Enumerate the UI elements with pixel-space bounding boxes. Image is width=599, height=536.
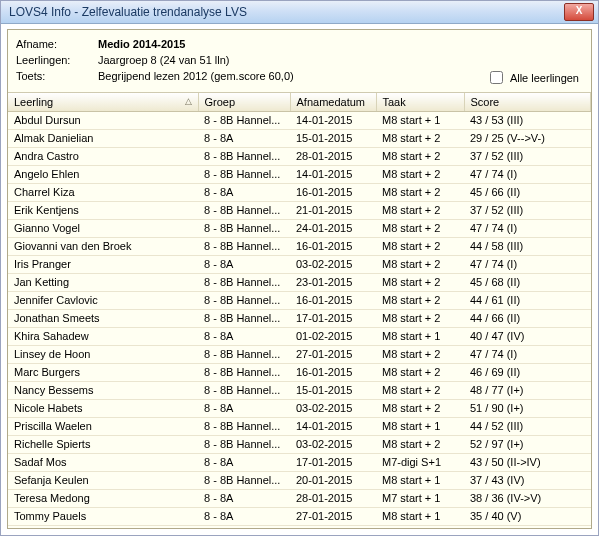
table-row[interactable]: Charrel Kiza8 - 8A16-01-2015M8 start + 2… (8, 184, 591, 202)
table-row[interactable]: Giovanni van den Broek8 - 8B Hannel...16… (8, 238, 591, 256)
table-row[interactable]: Angelo Ehlen8 - 8B Hannel...14-01-2015M8… (8, 166, 591, 184)
table-row[interactable]: Zakia Mourid8 - 8A28-01-2015M8 start + 1… (8, 526, 591, 529)
cell-score: 45 / 68 (II) (464, 274, 591, 292)
cell-taak: M8 start + 2 (376, 148, 464, 166)
close-button[interactable]: X (564, 3, 594, 21)
table-row[interactable]: Linsey de Hoon8 - 8B Hannel...27-01-2015… (8, 346, 591, 364)
table-row[interactable]: Erik Kentjens8 - 8B Hannel...21-01-2015M… (8, 202, 591, 220)
cell-taak: M8 start + 2 (376, 436, 464, 454)
cell-score: 47 / 74 (I) (464, 346, 591, 364)
cell-score: 44 / 58 (III) (464, 238, 591, 256)
cell-afnamedatum: 28-01-2015 (290, 526, 376, 529)
cell-groep: 8 - 8B Hannel... (198, 310, 290, 328)
cell-score: 44 / 52 (III) (464, 418, 591, 436)
table-row[interactable]: Jennifer Cavlovic8 - 8B Hannel...16-01-2… (8, 292, 591, 310)
table-row[interactable]: Nicole Habets8 - 8A03-02-2015M8 start + … (8, 400, 591, 418)
cell-afnamedatum: 03-02-2015 (290, 400, 376, 418)
cell-groep: 8 - 8A (198, 490, 290, 508)
cell-taak: M8 start + 2 (376, 166, 464, 184)
cell-leerling: Nancy Bessems (8, 382, 198, 400)
cell-leerling: Nicole Habets (8, 400, 198, 418)
table-row[interactable]: Richelle Spierts8 - 8B Hannel...03-02-20… (8, 436, 591, 454)
leerlingen-label: Leerlingen: (16, 52, 98, 68)
cell-groep: 8 - 8A (198, 328, 290, 346)
cell-score: 44 / 61 (II) (464, 292, 591, 310)
cell-groep: 8 - 8A (198, 256, 290, 274)
cell-afnamedatum: 16-01-2015 (290, 184, 376, 202)
cell-groep: 8 - 8B Hannel... (198, 364, 290, 382)
cell-score: 45 / 66 (II) (464, 184, 591, 202)
table-row[interactable]: Abdul Dursun8 - 8B Hannel...14-01-2015M8… (8, 112, 591, 130)
cell-leerling: Linsey de Hoon (8, 346, 198, 364)
cell-groep: 8 - 8A (198, 454, 290, 472)
table-wrap: Leerling △ Groep Afnamedatum Taak Score … (8, 92, 591, 528)
table-row[interactable]: Almak Danielian8 - 8A15-01-2015M8 start … (8, 130, 591, 148)
cell-score: 52 / 97 (I+) (464, 436, 591, 454)
cell-groep: 8 - 8B Hannel... (198, 202, 290, 220)
cell-taak: M8 start + 2 (376, 130, 464, 148)
table-row[interactable]: Tommy Pauels8 - 8A27-01-2015M8 start + 1… (8, 508, 591, 526)
cell-groep: 8 - 8B Hannel... (198, 418, 290, 436)
cell-leerling: Tommy Pauels (8, 508, 198, 526)
cell-afnamedatum: 16-01-2015 (290, 238, 376, 256)
cell-afnamedatum: 14-01-2015 (290, 166, 376, 184)
col-header-leerling[interactable]: Leerling △ (8, 93, 198, 112)
alle-leerlingen-control[interactable]: Alle leerlingen (486, 68, 579, 87)
table-row[interactable]: Nancy Bessems8 - 8B Hannel...15-01-2015M… (8, 382, 591, 400)
cell-groep: 8 - 8B Hannel... (198, 112, 290, 130)
cell-groep: 8 - 8B Hannel... (198, 346, 290, 364)
col-header-score[interactable]: Score (464, 93, 591, 112)
cell-score: 40 / 47 (IV) (464, 328, 591, 346)
cell-leerling: Jennifer Cavlovic (8, 292, 198, 310)
cell-taak: M8 start + 2 (376, 184, 464, 202)
cell-groep: 8 - 8B Hannel... (198, 274, 290, 292)
cell-leerling: Almak Danielian (8, 130, 198, 148)
cell-taak: M8 start + 1 (376, 508, 464, 526)
cell-score: 35 / 40 (V) (464, 508, 591, 526)
cell-leerling: Charrel Kiza (8, 184, 198, 202)
close-icon: X (576, 5, 583, 16)
table-row[interactable]: Teresa Medong8 - 8A28-01-2015M7 start + … (8, 490, 591, 508)
meta-row-leerlingen: Leerlingen: Jaargroep 8 (24 van 51 lln) (16, 52, 583, 68)
cell-score: 43 / 50 (II->IV) (464, 454, 591, 472)
table-row[interactable]: Gianno Vogel8 - 8B Hannel...24-01-2015M8… (8, 220, 591, 238)
cell-leerling: Priscilla Waelen (8, 418, 198, 436)
cell-afnamedatum: 17-01-2015 (290, 454, 376, 472)
table-row[interactable]: Jan Ketting8 - 8B Hannel...23-01-2015M8 … (8, 274, 591, 292)
table-row[interactable]: Iris Pranger8 - 8A03-02-2015M8 start + 2… (8, 256, 591, 274)
cell-afnamedatum: 20-01-2015 (290, 472, 376, 490)
cell-score: 37 / 52 (III) (464, 148, 591, 166)
panel: Afname: Medio 2014-2015 Leerlingen: Jaar… (7, 29, 592, 529)
cell-leerling: Erik Kentjens (8, 202, 198, 220)
col-header-afnamedatum[interactable]: Afnamedatum (290, 93, 376, 112)
cell-groep: 8 - 8A (198, 400, 290, 418)
cell-afnamedatum: 21-01-2015 (290, 202, 376, 220)
cell-groep: 8 - 8A (198, 526, 290, 529)
table-header-row: Leerling △ Groep Afnamedatum Taak Score (8, 93, 591, 112)
cell-afnamedatum: 01-02-2015 (290, 328, 376, 346)
col-header-groep[interactable]: Groep (198, 93, 290, 112)
table-row[interactable]: Andra Castro8 - 8B Hannel...28-01-2015M8… (8, 148, 591, 166)
cell-leerling: Angelo Ehlen (8, 166, 198, 184)
table-row[interactable]: Marc Burgers8 - 8B Hannel...16-01-2015M8… (8, 364, 591, 382)
table-row[interactable]: Khira Sahadew8 - 8A01-02-2015M8 start + … (8, 328, 591, 346)
cell-leerling: Giovanni van den Broek (8, 238, 198, 256)
col-header-taak[interactable]: Taak (376, 93, 464, 112)
cell-taak: M8 start + 1 (376, 112, 464, 130)
cell-groep: 8 - 8A (198, 508, 290, 526)
table-row[interactable]: Jonathan Smeets8 - 8B Hannel...17-01-201… (8, 310, 591, 328)
table-row[interactable]: Sadaf Mos8 - 8A17-01-2015M7-digi S+143 /… (8, 454, 591, 472)
sort-asc-icon: △ (185, 96, 192, 106)
cell-taak: M7-digi S+1 (376, 454, 464, 472)
cell-afnamedatum: 15-01-2015 (290, 382, 376, 400)
cell-taak: M8 start + 2 (376, 346, 464, 364)
cell-groep: 8 - 8B Hannel... (198, 382, 290, 400)
alle-leerlingen-checkbox[interactable] (490, 71, 503, 84)
cell-groep: 8 - 8B Hannel... (198, 472, 290, 490)
table-row[interactable]: Sefanja Keulen8 - 8B Hannel...20-01-2015… (8, 472, 591, 490)
table-row[interactable]: Priscilla Waelen8 - 8B Hannel...14-01-20… (8, 418, 591, 436)
cell-score: 47 / 74 (I) (464, 256, 591, 274)
content-area: Afname: Medio 2014-2015 Leerlingen: Jaar… (1, 23, 598, 535)
data-table: Leerling △ Groep Afnamedatum Taak Score … (8, 93, 591, 528)
cell-afnamedatum: 16-01-2015 (290, 292, 376, 310)
